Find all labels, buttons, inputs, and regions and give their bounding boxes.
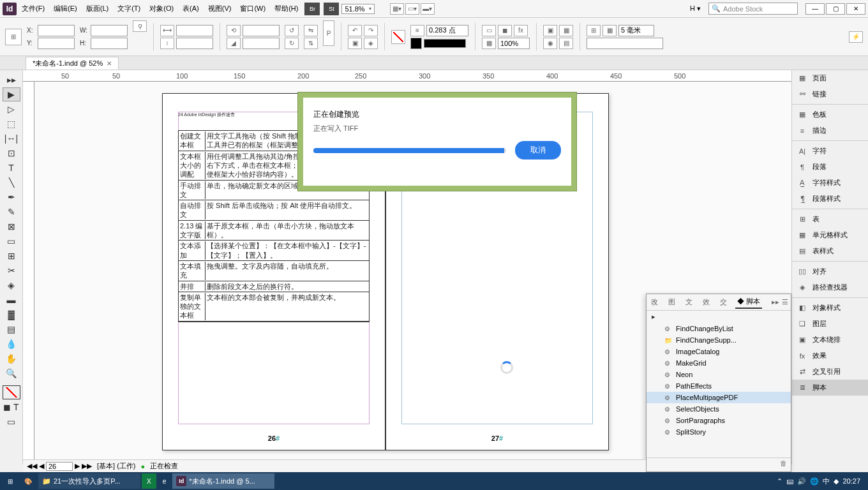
scale-y-input[interactable] — [176, 38, 213, 49]
script-item-selected[interactable]: ⚙PlaceMultipagePDF — [647, 392, 791, 403]
pen-tool[interactable]: ✒ — [3, 190, 20, 204]
panel-tab-5[interactable]: 交 — [718, 296, 729, 308]
text-wrap-shape-icon[interactable]: ◉ — [543, 38, 557, 49]
stroke-weight-input[interactable] — [426, 25, 468, 36]
content-select-icon[interactable]: ◈ — [364, 38, 378, 49]
panel-tab-scripts[interactable]: ◆ 脚本 — [735, 295, 762, 309]
gradient-feather-tool[interactable]: ▓ — [3, 308, 20, 322]
close-tab-icon[interactable]: ✕ — [107, 60, 112, 67]
dock-text-wrap[interactable]: ▣文本绕排 — [792, 332, 868, 348]
redo-icon[interactable]: ↷ — [364, 25, 378, 36]
dock-character[interactable]: A|字符 — [792, 143, 868, 159]
taskbar-palette-icon[interactable]: 🎨 — [19, 473, 37, 489]
grid-icon[interactable]: ▦ — [602, 25, 617, 36]
expand-panel-icon[interactable]: ▸▸ — [3, 73, 20, 87]
workspace-switcher[interactable]: H ▾ — [686, 3, 705, 15]
dock-pages[interactable]: ▦页面 — [792, 70, 868, 86]
menu-help[interactable]: 帮助(H) — [271, 2, 302, 15]
fill-stroke-icon[interactable] — [3, 385, 20, 399]
page-tool[interactable]: ⬚ — [3, 117, 20, 131]
zoom-tool[interactable]: 🔍 — [3, 366, 20, 380]
rotate-cw-icon[interactable]: ↻ — [285, 38, 299, 49]
rotate-icon[interactable]: ⟲ — [227, 25, 241, 36]
minimize-button[interactable]: — — [805, 3, 825, 15]
shear-input[interactable] — [243, 38, 280, 49]
gradient-swatch-tool[interactable]: ▬ — [3, 293, 20, 307]
line-tool[interactable]: ╲ — [3, 175, 20, 189]
dock-table-style[interactable]: ▤表样式 — [792, 243, 868, 259]
panel-collapse-icon[interactable]: ▸▸ — [772, 298, 779, 306]
scale-x-input[interactable] — [176, 25, 213, 36]
dock-paragraph[interactable]: ¶段落 — [792, 159, 868, 175]
text-wrap-bound-icon[interactable]: ▦ — [559, 25, 573, 36]
tray-clock[interactable]: 20:27 — [842, 477, 860, 485]
dock-para-style[interactable]: ¶̲段落样式 — [792, 191, 868, 207]
zoom-level[interactable]: 51.8% — [341, 4, 374, 14]
panel-menu-icon[interactable]: ☰ — [782, 298, 788, 306]
h-input[interactable] — [91, 38, 128, 49]
panel-tab-3[interactable]: 文 — [684, 296, 694, 308]
stroke-color-icon[interactable] — [410, 38, 422, 49]
page-prev-icon[interactable]: ◀◀ — [27, 462, 37, 470]
script-item[interactable]: ⚙SortParagraphs — [647, 415, 791, 426]
content-collector-tool[interactable]: ⊡ — [3, 146, 20, 160]
constrain-icon[interactable]: ⚲ — [133, 20, 147, 32]
text-wrap-none-icon[interactable]: ▣ — [543, 25, 557, 36]
reference-point-icon[interactable]: ⊞ — [5, 29, 22, 45]
screen-mode-icon[interactable]: ▭▾ — [405, 3, 419, 15]
script-item[interactable]: ⚙FindChangeByList — [647, 323, 791, 334]
fill-icon[interactable] — [391, 30, 405, 44]
dock-char-style[interactable]: A̲字符样式 — [792, 175, 868, 191]
grid-size-input[interactable] — [618, 25, 654, 36]
start-button[interactable]: ⊞ — [3, 473, 18, 489]
close-button[interactable]: ✕ — [846, 3, 865, 15]
effects-icon[interactable]: ▭ — [482, 25, 496, 36]
bridge-icon[interactable]: Br — [304, 3, 320, 15]
shear-icon[interactable]: ◢ — [227, 38, 241, 49]
grid-tool[interactable]: ⊞ — [3, 249, 20, 263]
script-item[interactable]: 📁FindChangeSupp... — [647, 334, 791, 346]
arrange-icon[interactable]: ▬▾ — [421, 3, 435, 15]
tray-volume-icon[interactable]: 🔊 — [797, 477, 806, 486]
free-transform-tool[interactable]: ◈ — [3, 278, 20, 292]
cancel-button[interactable]: 取消 — [515, 141, 561, 160]
menu-layout[interactable]: 版面(L) — [82, 2, 112, 15]
x-input[interactable] — [38, 25, 75, 36]
flip-v-icon[interactable]: ⇅ — [304, 38, 318, 49]
dock-scripts[interactable]: ≣脚本 — [792, 380, 868, 396]
dock-align[interactable]: ▯▯对齐 — [792, 264, 868, 279]
menu-file[interactable]: 文件(F) — [18, 2, 49, 15]
dock-xref[interactable]: ⇄交叉引用 — [792, 364, 868, 380]
tray-hdd-icon[interactable]: 🖴 — [786, 477, 793, 485]
script-item[interactable]: ⚙SelectObjects — [647, 403, 791, 415]
grid-frame-icon[interactable]: ⊞ — [587, 25, 601, 36]
stock-icon[interactable]: St — [324, 3, 339, 15]
rectangle-frame-tool[interactable]: ⊠ — [3, 219, 20, 234]
script-item[interactable]: ⚙ImageCatalog — [647, 346, 791, 357]
panel-tab-1[interactable]: 改 — [649, 296, 660, 308]
format-container-icon[interactable]: ◼ T — [3, 400, 20, 414]
type-tool[interactable]: T — [3, 161, 20, 175]
view-options-icon[interactable]: ▦▾ — [390, 3, 404, 15]
page-last-icon[interactable]: ▶▶ — [82, 462, 92, 470]
dock-stroke[interactable]: ≡描边 — [792, 122, 868, 138]
dock-links[interactable]: ⚯链接 — [792, 86, 868, 102]
rotate-input[interactable] — [243, 25, 280, 36]
panel-tab-2[interactable]: 图 — [666, 296, 677, 308]
rotate-ccw-icon[interactable]: ↺ — [285, 25, 299, 36]
dock-pathfinder[interactable]: ◈路径查找器 — [792, 279, 868, 295]
tray-up-icon[interactable]: ⌃ — [777, 477, 782, 486]
horizontal-ruler[interactable]: 50 50 100 150 200 250 300 350 400 450 50… — [23, 70, 791, 82]
gap-tool[interactable]: |↔| — [3, 131, 20, 145]
text-wrap-jump-icon[interactable]: ▤ — [559, 38, 573, 49]
dock-obj-style[interactable]: ◧对象样式 — [792, 300, 868, 316]
vertical-ruler[interactable] — [23, 82, 34, 464]
fx-icon[interactable]: fx — [514, 25, 528, 36]
taskbar-ie-icon[interactable]: e — [158, 473, 172, 489]
scripts-list[interactable]: ▸ ⚙FindChangeByList 📁FindChangeSupp... ⚙… — [647, 311, 791, 457]
script-item[interactable]: ⚙MakeGrid — [647, 357, 791, 369]
script-item[interactable]: ⚙SplitStory — [647, 426, 791, 438]
pencil-tool[interactable]: ✎ — [3, 205, 20, 219]
dock-table[interactable]: ⊞表 — [792, 211, 868, 227]
stock-search[interactable]: 🔍Adobe Stock — [708, 3, 798, 15]
